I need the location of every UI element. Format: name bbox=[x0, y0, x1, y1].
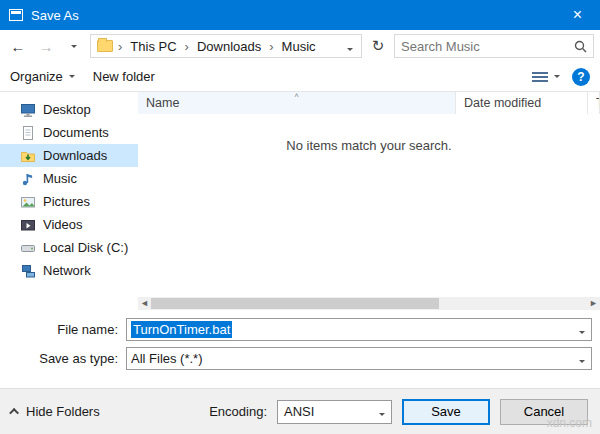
sidebar-item-desktop[interactable]: Desktop bbox=[0, 98, 138, 121]
column-headers: ˄ Name Date modified T bbox=[138, 92, 600, 114]
music-note-icon bbox=[20, 171, 36, 187]
chevron-down-icon bbox=[71, 45, 77, 48]
close-button[interactable]: × bbox=[555, 0, 600, 30]
refresh-button[interactable]: ↻ bbox=[366, 34, 390, 58]
help-button[interactable]: ? bbox=[572, 68, 590, 86]
chevron-down-icon bbox=[379, 404, 385, 419]
new-folder-button[interactable]: New folder bbox=[93, 69, 155, 84]
sidebar-item-local-disk[interactable]: Local Disk (C:) bbox=[0, 236, 138, 259]
breadcrumb-separator: › bbox=[182, 39, 192, 54]
disk-drive-icon bbox=[20, 240, 36, 256]
sidebar-item-label: Desktop bbox=[43, 102, 91, 117]
desktop-icon bbox=[20, 102, 36, 118]
horizontal-scrollbar[interactable]: ◄ ► bbox=[138, 297, 600, 310]
hide-folders-button[interactable]: Hide Folders bbox=[12, 404, 100, 419]
command-bar: Organize New folder ? bbox=[0, 62, 600, 92]
dialog-body: Desktop Documents Downloads bbox=[0, 92, 600, 310]
organize-button[interactable]: Organize bbox=[10, 69, 75, 84]
sidebar-item-pictures[interactable]: Pictures bbox=[0, 190, 138, 213]
column-header-date-modified[interactable]: Date modified bbox=[456, 92, 588, 114]
scrollbar-thumb[interactable] bbox=[151, 298, 439, 309]
navigation-pane: Desktop Documents Downloads bbox=[0, 92, 138, 310]
chevron-down-icon[interactable] bbox=[579, 351, 587, 366]
downloads-folder-icon bbox=[20, 148, 36, 164]
chevron-down-icon bbox=[69, 75, 75, 78]
picture-icon bbox=[20, 194, 36, 210]
sidebar-item-label: Music bbox=[43, 171, 77, 186]
watermark-text: xdn.com bbox=[547, 416, 592, 430]
chevron-down-icon bbox=[554, 75, 560, 78]
column-header-name[interactable]: ˄ Name bbox=[138, 92, 456, 114]
column-label: Name bbox=[146, 96, 179, 110]
navigation-bar: ← → › This PC › Downloads › Music ↻ bbox=[0, 30, 600, 62]
file-name-label: File name: bbox=[0, 322, 126, 337]
chevron-down-icon[interactable] bbox=[579, 322, 587, 337]
search-box bbox=[394, 34, 594, 58]
back-button[interactable]: ← bbox=[6, 34, 30, 58]
column-label: Date modified bbox=[464, 96, 541, 110]
spacer bbox=[0, 374, 600, 388]
sidebar-item-label: Documents bbox=[43, 125, 109, 140]
encoding-label: Encoding: bbox=[209, 404, 267, 419]
folder-icon bbox=[97, 40, 113, 52]
encoding-select[interactable]: ANSI bbox=[277, 400, 392, 424]
list-view-icon bbox=[532, 70, 548, 84]
encoding-value: ANSI bbox=[284, 404, 314, 419]
sidebar-item-documents[interactable]: Documents bbox=[0, 121, 138, 144]
save-button[interactable]: Save bbox=[402, 399, 490, 425]
sidebar-item-label: Network bbox=[43, 263, 91, 278]
document-icon bbox=[20, 125, 36, 141]
save-as-type-select[interactable]: All Files (*.*) bbox=[126, 347, 592, 370]
dialog-icon bbox=[9, 9, 23, 21]
file-list-area: ˄ Name Date modified T No items match yo… bbox=[138, 92, 600, 310]
breadcrumb-music[interactable]: Music bbox=[279, 39, 319, 54]
breadcrumb-separator: › bbox=[115, 39, 125, 54]
column-header-type[interactable]: T bbox=[588, 92, 600, 114]
video-icon bbox=[20, 217, 36, 233]
sidebar-item-videos[interactable]: Videos bbox=[0, 213, 138, 236]
footer-bar: Hide Folders Encoding: ANSI Save Cancel … bbox=[0, 388, 600, 434]
search-input[interactable] bbox=[401, 39, 570, 54]
sidebar-item-music[interactable]: Music bbox=[0, 167, 138, 190]
save-as-type-value: All Files (*.*) bbox=[131, 351, 203, 366]
save-as-dialog: Save As × ← → › This PC › Downloads › Mu… bbox=[0, 0, 600, 434]
organize-label: Organize bbox=[10, 69, 63, 84]
forward-button[interactable]: → bbox=[34, 34, 58, 58]
sidebar-item-network[interactable]: Network bbox=[0, 259, 138, 282]
breadcrumb-this-pc[interactable]: This PC bbox=[127, 39, 179, 54]
file-fields: File name: TurnOnTimer.bat Save as type:… bbox=[0, 310, 600, 374]
breadcrumb-separator: › bbox=[266, 39, 276, 54]
history-dropdown-button[interactable] bbox=[62, 34, 86, 58]
sidebar-item-label: Local Disk (C:) bbox=[43, 240, 128, 255]
save-as-type-label: Save as type: bbox=[0, 351, 126, 366]
title-bar: Save As × bbox=[0, 0, 600, 30]
hide-folders-label: Hide Folders bbox=[26, 404, 100, 419]
window-title: Save As bbox=[31, 8, 79, 23]
file-name-input[interactable]: TurnOnTimer.bat bbox=[126, 318, 592, 341]
sidebar-item-label: Downloads bbox=[43, 148, 107, 163]
sidebar-item-label: Pictures bbox=[43, 194, 90, 209]
search-icon[interactable] bbox=[574, 40, 587, 53]
sidebar-item-downloads[interactable]: Downloads bbox=[0, 144, 138, 167]
scroll-right-icon[interactable]: ► bbox=[587, 297, 600, 310]
scrollbar-track[interactable] bbox=[151, 297, 587, 310]
column-label: T bbox=[596, 96, 600, 110]
empty-results-message: No items match your search. bbox=[138, 138, 600, 297]
new-folder-label: New folder bbox=[93, 69, 155, 84]
network-icon bbox=[20, 263, 36, 279]
scroll-left-icon[interactable]: ◄ bbox=[138, 297, 151, 310]
chevron-down-icon bbox=[347, 48, 353, 51]
view-mode-button[interactable] bbox=[532, 70, 560, 84]
address-bar[interactable]: › This PC › Downloads › Music bbox=[90, 34, 362, 58]
chevron-up-icon bbox=[9, 408, 19, 418]
address-dropdown-button[interactable] bbox=[343, 39, 357, 54]
sort-ascending-icon: ˄ bbox=[294, 92, 299, 100]
sidebar-item-label: Videos bbox=[43, 217, 83, 232]
file-name-value: TurnOnTimer.bat bbox=[131, 321, 232, 338]
breadcrumb-downloads[interactable]: Downloads bbox=[194, 39, 264, 54]
